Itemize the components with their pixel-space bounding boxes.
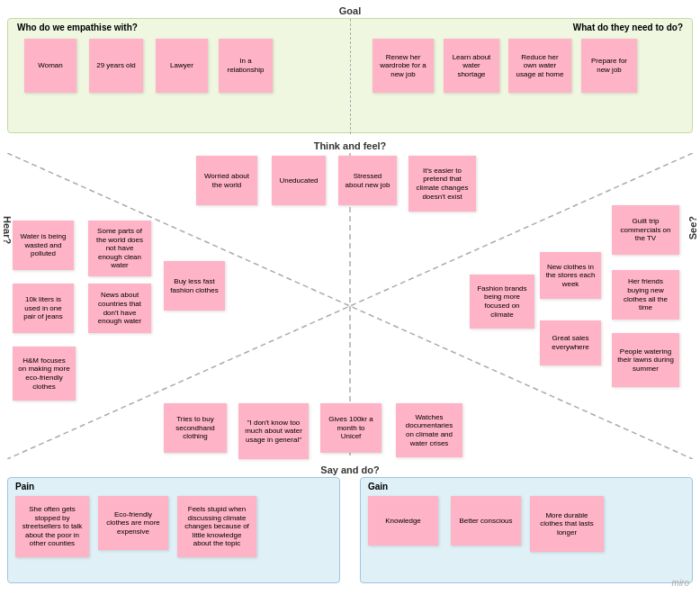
note-unicef: Gives 100kr a month to Unicef bbox=[320, 403, 381, 453]
note-lawyer: Lawyer bbox=[156, 39, 208, 93]
note-clean-water: Some parts of the world does not have en… bbox=[88, 221, 151, 276]
note-pain1: She often gets stopped by streetsellers … bbox=[15, 496, 89, 557]
who-label: Who do we empathise with? bbox=[17, 23, 138, 32]
hear-label: Hear? bbox=[2, 216, 13, 244]
note-guilt-trip: Guilt trip commercials on the TV bbox=[612, 205, 679, 255]
note-gain3: More durable clothes that lasts longer bbox=[530, 496, 604, 552]
note-secondhand: Tries to buy secondhand clothing bbox=[164, 403, 227, 453]
vertical-divider bbox=[350, 19, 351, 134]
what-label: What do they need to do? bbox=[573, 23, 683, 32]
note-gain2: Better conscious bbox=[451, 496, 521, 545]
note-10k-liters: 10k liters is used in one pair of jeans bbox=[13, 284, 74, 333]
note-pain2: Eco-friendly clothes are more expensive bbox=[98, 496, 168, 550]
pain-zone: Pain She often gets stopped by streetsel… bbox=[7, 477, 340, 583]
note-uneducated: Uneducated bbox=[272, 156, 326, 205]
note-age: 29 years old bbox=[89, 39, 143, 93]
note-woman: Woman bbox=[24, 39, 76, 93]
note-great-sales: Great sales everywhere bbox=[540, 320, 601, 365]
note-countries-water: News about countries that don't have eno… bbox=[88, 284, 151, 333]
top-zone: Who do we empathise with? What do they n… bbox=[7, 18, 693, 133]
note-gain1: Knowledge bbox=[368, 496, 438, 545]
canvas: Goal Who do we empathise with? What do t… bbox=[0, 0, 700, 595]
note-water-wasted: Water is being wasted and polluted bbox=[13, 221, 74, 270]
note-documentaries: Watches documentaries on climate and wat… bbox=[396, 403, 462, 457]
miro-watermark: miro bbox=[672, 578, 689, 588]
note-worried: Worried about the world bbox=[196, 156, 257, 205]
note-water-shortage: Learn about water shortage bbox=[444, 39, 499, 93]
note-new-job: Prepare for new job bbox=[581, 39, 637, 93]
note-stressed: Stressed about new job bbox=[338, 156, 397, 205]
think-label: Think and feel? bbox=[0, 140, 700, 151]
note-reduce-water: Reduce her own water usage at home bbox=[508, 39, 571, 93]
note-buy-less: Buy less fast fashion clothes bbox=[164, 261, 225, 311]
note-new-clothes-stores: New clothes in the stores each week bbox=[540, 252, 601, 299]
note-friends-buying: Her friends buying new clothes all the t… bbox=[612, 270, 679, 320]
goal-label: Goal bbox=[0, 5, 700, 16]
note-dont-know: "I don't know too much about water usage… bbox=[238, 403, 309, 459]
say-label: Say and do? bbox=[0, 464, 700, 475]
note-relationship: In a relationship bbox=[219, 39, 273, 93]
pain-label: Pain bbox=[15, 482, 34, 491]
note-climate-pretend: It's easier to pretend that climate chan… bbox=[408, 156, 476, 212]
see-label: See? bbox=[687, 216, 698, 239]
gain-label: Gain bbox=[368, 482, 388, 491]
gain-zone: Gain Knowledge Better conscious More dur… bbox=[360, 477, 693, 583]
note-wardrobe: Renew her wardrobe for a new job bbox=[372, 39, 434, 93]
note-fashion-climate: Fashion brands being more focused on cli… bbox=[470, 275, 534, 329]
note-pain3: Feels stupid when discussing climate cha… bbox=[177, 496, 256, 557]
note-hm: H&M focuses on making more eco-friendly … bbox=[13, 347, 76, 401]
note-watering-lawns: People watering their lawns during summe… bbox=[612, 333, 679, 387]
